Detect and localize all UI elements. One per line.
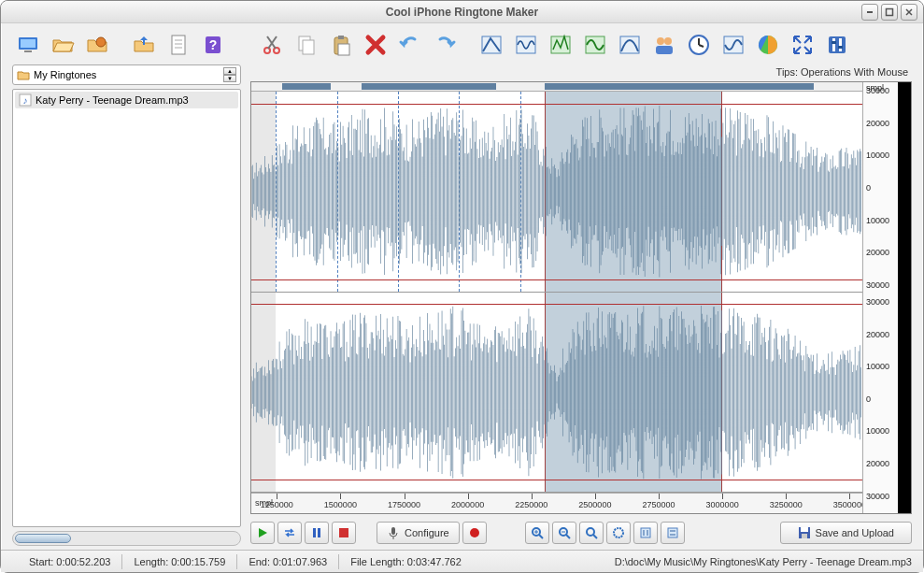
stop-button[interactable] (332, 522, 356, 544)
svg-rect-66 (802, 534, 807, 538)
svg-rect-8 (172, 36, 185, 54)
svg-rect-39 (832, 41, 836, 44)
expand-icon[interactable] (787, 29, 818, 61)
effect-6-icon[interactable] (718, 29, 749, 61)
users-icon[interactable] (648, 29, 680, 61)
open-folder-icon[interactable] (47, 29, 78, 61)
svg-rect-61 (668, 528, 677, 537)
configure-label: Configure (405, 527, 449, 538)
svg-rect-44 (318, 528, 320, 537)
svg-point-7 (96, 37, 106, 47)
folder-icon (17, 68, 30, 81)
zoom-in-button[interactable] (525, 522, 549, 544)
window-title: Cool iPhone Ringtone Maker (1, 6, 923, 19)
record-button[interactable] (462, 522, 487, 544)
combo-up[interactable]: ▲ (223, 67, 236, 75)
pause-button[interactable] (305, 522, 329, 544)
waveform-channel-right[interactable] (251, 293, 862, 494)
level-meter (898, 82, 911, 513)
svg-point-29 (664, 37, 672, 45)
monitor-icon[interactable] (12, 29, 44, 61)
svg-rect-5 (21, 39, 36, 48)
save-icon (798, 526, 811, 539)
zoom-sel-button[interactable] (606, 522, 631, 544)
effect-2-icon[interactable] (510, 29, 542, 61)
svg-rect-38 (839, 38, 842, 51)
titlebar: Cool iPhone Ringtone Maker (1, 1, 923, 23)
effect-5-icon[interactable] (614, 29, 646, 61)
maximize-button[interactable] (881, 4, 898, 21)
svg-rect-43 (313, 528, 316, 537)
waveform-frame: smpl 12500001500000175000020000002250000… (250, 81, 912, 514)
time-ruler: smpl 12500001500000175000020000002250000… (251, 493, 862, 513)
svg-rect-36 (829, 36, 846, 53)
svg-line-49 (539, 535, 543, 538)
svg-rect-24 (517, 36, 535, 53)
svg-rect-19 (303, 40, 314, 54)
svg-point-47 (470, 528, 479, 537)
zoom-fit-button[interactable] (579, 522, 604, 544)
tips-label: Tips: Operations With Mouse (250, 64, 912, 81)
effect-3-icon[interactable] (545, 29, 576, 61)
zoom-out-button[interactable] (552, 522, 576, 544)
music-file-icon: ♪ (19, 93, 32, 107)
folder-up-icon[interactable] (128, 29, 160, 61)
svg-point-28 (657, 37, 664, 45)
svg-rect-1 (887, 8, 893, 15)
save-upload-button[interactable]: Save and Upload (780, 522, 912, 544)
svg-rect-37 (832, 38, 835, 51)
sidebar-scrollbar[interactable] (12, 531, 241, 546)
effect-7-icon[interactable] (752, 29, 784, 61)
folder-gear-icon[interactable] (81, 29, 113, 61)
play-button[interactable] (250, 522, 275, 544)
clock-icon[interactable] (683, 29, 715, 61)
copy-icon[interactable] (291, 29, 322, 61)
minimize-button[interactable] (861, 4, 878, 21)
svg-rect-58 (641, 528, 650, 537)
settings-icon[interactable] (821, 29, 853, 61)
delete-icon[interactable] (360, 29, 391, 61)
folder-combo[interactable]: My Ringtones ▲ ▼ (12, 64, 241, 85)
marker-2-button[interactable] (661, 522, 685, 544)
redo-icon[interactable] (429, 29, 461, 61)
svg-rect-40 (838, 46, 843, 49)
main-toolbar: ? (12, 29, 912, 61)
scrollbar-thumb[interactable] (15, 534, 71, 543)
help-icon[interactable]: ? (197, 29, 229, 61)
save-upload-label: Save and Upload (816, 527, 894, 538)
document-icon[interactable] (163, 29, 194, 61)
status-path: D:\doc\My Music\My Ringtones\Katy Perry … (615, 556, 916, 567)
loop-button[interactable] (277, 522, 302, 544)
mic-icon (387, 526, 400, 539)
status-bar: Start: 0:00:52.203 Length: 0:00:15.759 E… (1, 550, 923, 572)
svg-text:♪: ♪ (23, 95, 28, 106)
svg-rect-22 (338, 44, 349, 55)
overview-bar[interactable] (251, 82, 862, 92)
svg-line-53 (566, 535, 570, 538)
effect-1-icon[interactable] (476, 29, 507, 61)
configure-button[interactable]: Configure (377, 522, 460, 544)
svg-rect-30 (656, 46, 673, 54)
svg-point-57 (614, 528, 623, 537)
svg-rect-65 (801, 527, 808, 532)
waveform-channel-left[interactable] (251, 92, 862, 293)
folder-combo-label: My Ringtones (34, 69, 96, 80)
file-item-label: Katy Perry - Teenage Dream.mp3 (36, 94, 189, 106)
svg-rect-45 (339, 528, 348, 537)
cut-icon[interactable] (256, 29, 288, 61)
file-item[interactable]: ♪ Katy Perry - Teenage Dream.mp3 (15, 92, 238, 108)
marker-1-button[interactable] (633, 522, 658, 544)
undo-icon[interactable] (394, 29, 426, 61)
close-button[interactable] (901, 4, 917, 21)
svg-rect-46 (391, 527, 395, 535)
file-list[interactable]: ♪ Katy Perry - Teenage Dream.mp3 (12, 89, 241, 527)
svg-text:?: ? (209, 37, 218, 52)
svg-rect-27 (620, 36, 639, 53)
combo-down[interactable]: ▼ (223, 75, 236, 82)
playback-controls: Configure Save and Upload (250, 514, 912, 546)
effect-4-icon[interactable] (579, 29, 611, 61)
svg-rect-6 (24, 50, 32, 52)
amplitude-ruler: smpl 30000200001000001000020000300003000… (862, 82, 898, 513)
svg-rect-21 (338, 36, 344, 39)
paste-icon[interactable] (325, 29, 357, 61)
